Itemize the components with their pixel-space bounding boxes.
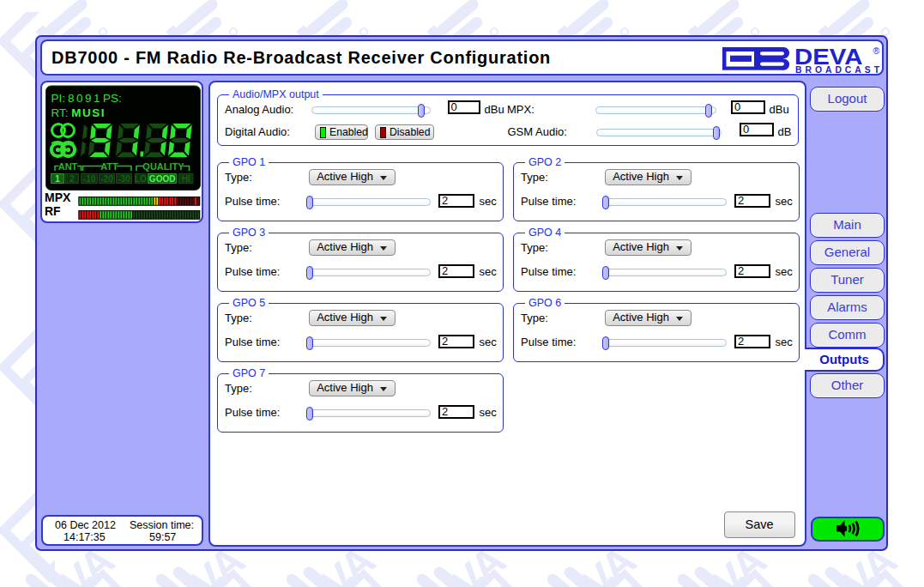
svg-text:HI: HI [182,174,190,184]
svg-text:®: ® [873,45,880,56]
svg-text:QUALITY: QUALITY [142,161,184,172]
svg-text:BROADCAST: BROADCAST [795,65,883,75]
svg-text:2: 2 [69,174,75,184]
svg-text:ATT: ATT [100,161,118,172]
svg-text:RF: RF [45,204,61,218]
svg-text:RT: MUSI: RT: MUSI [51,106,106,119]
svg-text:-20: -20 [100,174,113,184]
svg-text:ANT: ANT [58,161,78,172]
svg-text:-10: -10 [83,174,96,184]
svg-text:-30: -30 [118,174,130,184]
svg-text:PI:8091PS:: PI:8091PS: [51,92,122,105]
svg-text:1: 1 [55,174,60,184]
svg-text:MPX: MPX [45,191,71,204]
svg-text:LO: LO [135,174,147,184]
svg-text:GOOD: GOOD [149,174,176,184]
